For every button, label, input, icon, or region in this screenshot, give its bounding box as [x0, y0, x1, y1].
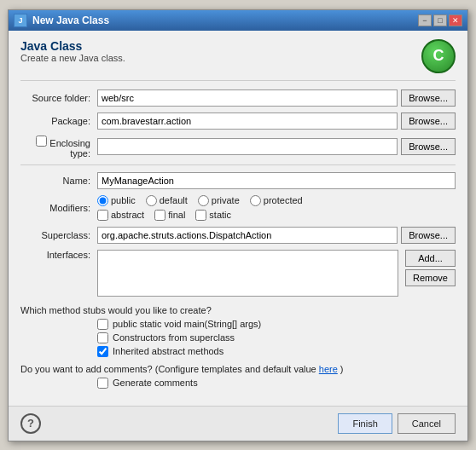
enclosing-type-checkbox[interactable] — [36, 136, 47, 147]
source-folder-browse-button[interactable]: Browse... — [401, 89, 456, 107]
maximize-button[interactable]: □ — [433, 14, 447, 26]
dialog-header: Java Class Create a new Java class. C — [20, 39, 456, 81]
eclipse-logo: C — [421, 39, 456, 73]
help-button[interactable]: ? — [20, 413, 41, 434]
stub-constructors-checkbox[interactable] — [97, 332, 108, 343]
title-bar-buttons: − □ ✕ — [418, 14, 462, 26]
superclass-label: Superclass: — [20, 230, 97, 240]
modifiers-label: Modifiers: — [20, 203, 97, 213]
stub-inherited-checkbox[interactable] — [97, 346, 108, 357]
dialog-footer: ? Finish Cancel — [9, 406, 467, 441]
stub-main-checkbox[interactable] — [97, 319, 108, 330]
superclass-input[interactable] — [97, 227, 398, 244]
modifiers-row: Modifiers: public default private — [20, 195, 456, 221]
stubs-title: Which method stubs would you like to cre… — [20, 305, 456, 315]
stub-constructors: Constructors from superclass — [97, 332, 456, 343]
package-label: Package: — [20, 116, 97, 126]
cancel-button[interactable]: Cancel — [398, 413, 456, 434]
modifier-private[interactable]: private — [198, 195, 240, 206]
window-title: New Java Class — [32, 14, 109, 26]
dialog-subtitle: Create a new Java class. — [20, 53, 125, 63]
title-bar: J New Java Class − □ ✕ — [9, 10, 467, 31]
dialog-content: Java Class Create a new Java class. C So… — [9, 31, 467, 406]
generate-comments-checkbox[interactable] — [97, 378, 108, 389]
modifier-default[interactable]: default — [146, 195, 188, 206]
modifiers-check-group: abstract final static — [97, 210, 456, 221]
source-folder-row: Source folder: Browse... — [20, 89, 456, 107]
package-row: Package: Browse... — [20, 112, 456, 130]
comments-section: Do you want to add comments? (Configure … — [20, 364, 456, 389]
enclosing-type-row: Enclosing type: Browse... — [20, 136, 456, 159]
footer-buttons: Finish Cancel — [338, 413, 456, 434]
stub-inherited-label: Inherited abstract methods — [113, 346, 223, 356]
comments-config-link[interactable]: here — [319, 364, 338, 374]
enclosing-type-input[interactable] — [97, 138, 398, 155]
modifier-abstract[interactable]: abstract — [97, 210, 144, 221]
package-browse-button[interactable]: Browse... — [401, 112, 456, 130]
window-icon: J — [14, 14, 27, 27]
minimize-button[interactable]: − — [418, 14, 432, 26]
enclosing-type-browse-button[interactable]: Browse... — [401, 138, 456, 155]
modifiers-content: public default private protected — [97, 195, 456, 221]
stub-inherited: Inherited abstract methods — [97, 346, 456, 357]
generate-comments-row: Generate comments — [97, 378, 456, 389]
modifier-public[interactable]: public — [97, 195, 136, 206]
stub-main-label: public static void main(String[] args) — [113, 319, 261, 329]
header-text: Java Class Create a new Java class. — [20, 39, 125, 63]
name-row: Name: — [20, 172, 456, 189]
interfaces-row: Interfaces: Add... Remove — [20, 250, 456, 297]
interfaces-buttons: Add... Remove — [402, 250, 456, 286]
stub-constructors-label: Constructors from superclass — [113, 332, 235, 343]
source-folder-input[interactable] — [97, 89, 398, 107]
package-input[interactable] — [97, 112, 398, 130]
finish-button[interactable]: Finish — [338, 413, 392, 434]
interfaces-label: Interfaces: — [20, 250, 97, 260]
modifier-final[interactable]: final — [154, 210, 185, 221]
divider-1 — [20, 164, 456, 165]
interfaces-remove-button[interactable]: Remove — [405, 269, 456, 286]
generate-comments-label: Generate comments — [113, 378, 198, 388]
name-label: Name: — [20, 176, 97, 186]
interfaces-textarea[interactable] — [97, 250, 398, 297]
title-bar-left: J New Java Class — [14, 14, 109, 27]
superclass-row: Superclass: Browse... — [20, 227, 456, 244]
enclosing-type-label: Enclosing type: — [20, 136, 97, 159]
stubs-section: Which method stubs would you like to cre… — [20, 305, 456, 357]
modifier-static[interactable]: static — [195, 210, 231, 221]
name-input[interactable] — [97, 172, 456, 189]
interfaces-add-button[interactable]: Add... — [405, 250, 456, 267]
modifiers-radio-group: public default private protected — [97, 195, 456, 206]
dialog-title: Java Class — [20, 39, 125, 53]
superclass-browse-button[interactable]: Browse... — [401, 227, 456, 244]
new-java-class-dialog: J New Java Class − □ ✕ Java Class Create… — [8, 9, 468, 441]
comments-text: Do you want to add comments? (Configure … — [20, 364, 456, 374]
source-folder-label: Source folder: — [20, 93, 97, 103]
stub-main: public static void main(String[] args) — [97, 319, 456, 330]
close-button[interactable]: ✕ — [449, 14, 462, 26]
modifier-protected[interactable]: protected — [250, 195, 303, 206]
